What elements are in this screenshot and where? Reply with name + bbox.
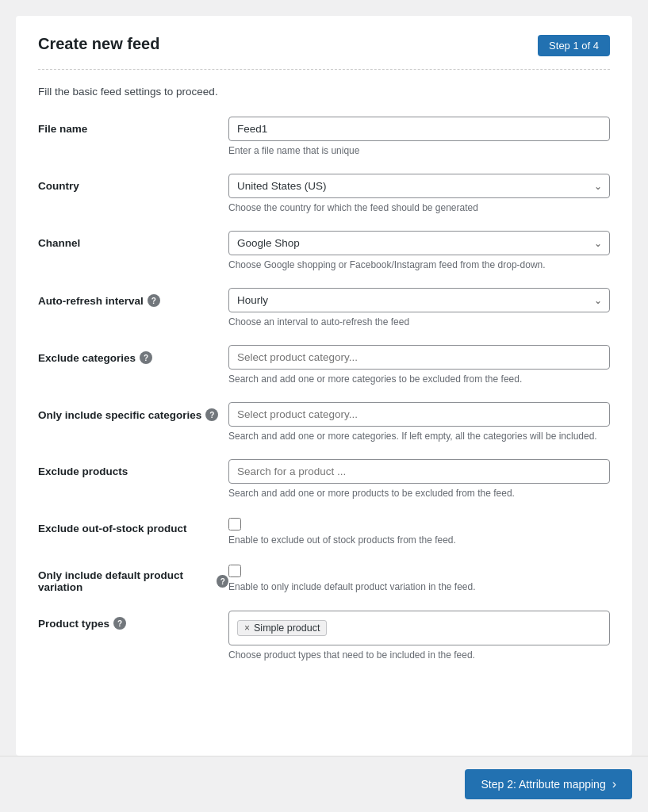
auto-refresh-help-icon[interactable]: ? <box>148 294 160 307</box>
channel-select[interactable]: Google Shop Facebook/Instagram <box>228 231 610 255</box>
product-types-help-icon[interactable]: ? <box>113 617 126 630</box>
default-variation-hint: Enable to only include default product v… <box>228 581 610 592</box>
product-types-box[interactable]: × Simple product <box>228 611 610 645</box>
file-name-field: Enter a file name that is unique <box>228 117 610 156</box>
product-types-label: Product types ? <box>38 611 228 630</box>
auto-refresh-select[interactable]: Hourly Daily Weekly <box>228 288 610 312</box>
exclude-categories-help-icon[interactable]: ? <box>140 351 152 364</box>
tag-remove-icon[interactable]: × <box>244 622 250 634</box>
country-field: United States (US) United Kingdom (UK) C… <box>228 174 610 213</box>
footer-bar: Step 2: Attribute mapping › <box>0 756 648 812</box>
next-step-arrow-icon: › <box>612 777 616 791</box>
file-name-row: File name Enter a file name that is uniq… <box>38 117 610 156</box>
next-step-label: Step 2: Attribute mapping <box>481 778 605 791</box>
exclude-out-of-stock-checkbox-row <box>228 516 610 530</box>
exclude-out-of-stock-checkbox[interactable] <box>228 518 241 530</box>
country-row: Country United States (US) United Kingdo… <box>38 174 610 213</box>
include-categories-input[interactable] <box>228 402 610 427</box>
include-categories-field: Search and add one or more categories. I… <box>228 402 610 442</box>
default-variation-field: Enable to only include default product v… <box>228 563 610 592</box>
main-card: Create new feed Step 1 of 4 Fill the bas… <box>16 16 632 756</box>
exclude-categories-row: Exclude categories ? Search and add one … <box>38 345 610 385</box>
exclude-out-of-stock-hint: Enable to exclude out of stock products … <box>228 534 610 546</box>
exclude-products-input[interactable] <box>228 459 610 484</box>
include-categories-label: Only include specific categories ? <box>38 402 228 421</box>
auto-refresh-hint: Choose an interval to auto-refresh the f… <box>228 316 610 327</box>
exclude-out-of-stock-field: Enable to exclude out of stock products … <box>228 516 610 546</box>
default-variation-help-icon[interactable]: ? <box>217 575 228 588</box>
step-badge: Step 1 of 4 <box>538 35 610 56</box>
next-step-button[interactable]: Step 2: Attribute mapping › <box>465 769 632 799</box>
include-categories-help-icon[interactable]: ? <box>205 408 218 421</box>
file-name-label: File name <box>38 117 228 135</box>
channel-field: Google Shop Facebook/Instagram ⌄ Choose … <box>228 231 610 270</box>
country-label: Country <box>38 174 228 192</box>
auto-refresh-select-wrapper: Hourly Daily Weekly ⌄ <box>228 288 610 312</box>
default-variation-label: Only include default product variation ? <box>38 563 228 593</box>
exclude-categories-field: Search and add one or more categories to… <box>228 345 610 385</box>
channel-row: Channel Google Shop Facebook/Instagram ⌄… <box>38 231 610 270</box>
channel-select-wrapper: Google Shop Facebook/Instagram ⌄ <box>228 231 610 255</box>
product-types-hint: Choose product types that need to be inc… <box>228 649 610 661</box>
channel-label: Channel <box>38 231 228 249</box>
default-variation-checkbox[interactable] <box>228 565 241 577</box>
country-select[interactable]: United States (US) United Kingdom (UK) C… <box>228 174 610 198</box>
card-header: Create new feed Step 1 of 4 <box>38 35 610 70</box>
country-select-wrapper: United States (US) United Kingdom (UK) C… <box>228 174 610 198</box>
country-hint: Choose the country for which the feed sh… <box>228 202 610 213</box>
product-types-field: × Simple product Choose product types th… <box>228 611 610 661</box>
exclude-products-field: Search and add one or more products to b… <box>228 459 610 499</box>
exclude-products-hint: Search and add one or more products to b… <box>228 488 610 499</box>
product-types-row: Product types ? × Simple product Choose … <box>38 611 610 661</box>
subtitle: Fill the basic feed settings to proceed. <box>38 86 610 98</box>
product-type-tag-label: Simple product <box>254 622 320 634</box>
file-name-hint: Enter a file name that is unique <box>228 145 610 156</box>
include-categories-row: Only include specific categories ? Searc… <box>38 402 610 442</box>
default-variation-checkbox-row <box>228 563 610 577</box>
auto-refresh-label: Auto-refresh interval ? <box>38 288 228 307</box>
default-variation-row: Only include default product variation ?… <box>38 563 610 593</box>
exclude-out-of-stock-label: Exclude out-of-stock product <box>38 516 228 534</box>
exclude-categories-input[interactable] <box>228 345 610 370</box>
page-wrapper: Create new feed Step 1 of 4 Fill the bas… <box>0 0 648 812</box>
exclude-categories-label: Exclude categories ? <box>38 345 228 364</box>
exclude-products-label: Exclude products <box>38 459 228 477</box>
exclude-products-row: Exclude products Search and add one or m… <box>38 459 610 499</box>
product-type-tag: × Simple product <box>237 620 327 636</box>
page-title: Create new feed <box>38 35 159 53</box>
include-categories-hint: Search and add one or more categories. I… <box>228 431 610 442</box>
auto-refresh-field: Hourly Daily Weekly ⌄ Choose an interval… <box>228 288 610 327</box>
exclude-categories-hint: Search and add one or more categories to… <box>228 373 610 385</box>
auto-refresh-row: Auto-refresh interval ? Hourly Daily Wee… <box>38 288 610 327</box>
channel-hint: Choose Google shopping or Facebook/Insta… <box>228 259 610 270</box>
file-name-input[interactable] <box>228 117 610 141</box>
exclude-out-of-stock-row: Exclude out-of-stock product Enable to e… <box>38 516 610 546</box>
